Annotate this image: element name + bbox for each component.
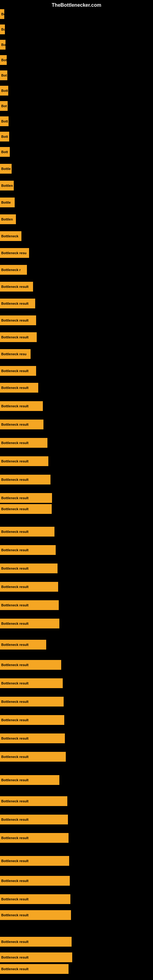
- bottleneck-label: Bottleneck result: [1, 369, 29, 373]
- bottleneck-label: Bottleneck result: [1, 700, 29, 703]
- bottleneck-label: Bott: [1, 89, 8, 92]
- bottleneck-bar: Bottleneck result: [0, 456, 48, 466]
- bottleneck-label: Bottleneck r: [1, 268, 21, 272]
- bottleneck-bar: Bottleneck result: [0, 796, 67, 806]
- bottleneck-label: Bottleneck result: [1, 423, 29, 426]
- bottleneck-label: Bottleneck result: [1, 967, 29, 971]
- bottleneck-bar: Bottleneck result: [0, 563, 57, 573]
- bottleneck-label: Bottleneck result: [1, 460, 29, 463]
- bottleneck-label: Bottleneck result: [1, 335, 29, 339]
- bottleneck-label: Bottleneck result: [1, 818, 29, 821]
- bottleneck-bar: Bottleneck result: [0, 315, 36, 325]
- bottleneck-bar: Bott: [0, 132, 9, 142]
- bottleneck-label: Bottleneck result: [1, 859, 29, 863]
- bottleneck-label: Bottleneck result: [1, 778, 29, 782]
- bottleneck-bar: Bottleneck resu: [0, 248, 29, 258]
- bottleneck-bar: Bo: [0, 40, 5, 49]
- bottleneck-label: Bottle: [1, 167, 11, 170]
- bottleneck-label: Bottleneck result: [1, 548, 29, 552]
- bottleneck-bar: Bottleneck result: [0, 366, 36, 376]
- bottleneck-bar: Bottleneck result: [0, 545, 56, 555]
- bottleneck-label: Bot: [1, 104, 7, 108]
- bottleneck-bar: Bottleneck result: [0, 910, 71, 920]
- bottleneck-label: Bottleneck result: [1, 737, 29, 740]
- bottleneck-bar: Bottleneck result: [0, 640, 46, 649]
- bottleneck-label: Bottleneck result: [1, 643, 29, 646]
- site-title: TheBottlenecker.com: [52, 2, 101, 8]
- bottleneck-label: Bottleneck result: [1, 897, 29, 901]
- bottleneck-label: Bottleneck result: [1, 755, 29, 759]
- bottleneck-bar: Bottleneck result: [0, 475, 51, 485]
- bottleneck-bar: Bottleneck resu: [0, 349, 30, 359]
- bottleneck-bar: Bottleneck result: [0, 752, 66, 762]
- bottleneck-label: Bott: [1, 150, 8, 154]
- bottleneck-label: Bot: [1, 73, 7, 77]
- bottleneck-label: Bottleneck result: [1, 566, 29, 570]
- bottleneck-bar: Bottlen: [0, 215, 16, 224]
- bottleneck-bar: Bottleneck result: [0, 833, 69, 843]
- bottleneck-bar: Bottle: [0, 164, 12, 173]
- bottleneck-bar: Bott: [0, 86, 8, 95]
- bottleneck-bar: Bottleneck result: [0, 438, 48, 448]
- bottleneck-label: Bottleneck result: [1, 441, 29, 445]
- bottleneck-bar: Bott: [0, 116, 9, 126]
- bottleneck-bar: Bottleneck result: [0, 964, 69, 974]
- bottleneck-bar: Bottleneck result: [0, 600, 59, 610]
- bottleneck-bar: Bottleneck result: [0, 678, 63, 688]
- bottleneck-bar: Bottleneck result: [0, 401, 43, 411]
- bottleneck-label: Bottlen: [1, 184, 13, 188]
- bottleneck-label: Bottleneck result: [1, 836, 29, 840]
- bottleneck-bar: Bot: [0, 70, 7, 80]
- bottleneck-bar: Bottleneck result: [0, 815, 68, 824]
- bottleneck-label: Bottleneck result: [1, 530, 29, 533]
- bottleneck-label: Bottleneck result: [1, 663, 29, 667]
- bottleneck-label: Bottlen: [1, 218, 13, 221]
- bottleneck-bar: Bottleneck result: [0, 619, 59, 628]
- bottleneck-bar: Bottleneck result: [0, 282, 33, 291]
- bottleneck-bar: Bottleneck result: [0, 582, 58, 592]
- bottleneck-bar: Bo: [0, 24, 5, 34]
- bottleneck-label: Bottleneck result: [1, 404, 29, 408]
- bottleneck-label: Bottle: [1, 200, 11, 204]
- bottleneck-bar: Bott: [0, 147, 10, 157]
- bottleneck-bar: Bottleneck result: [0, 420, 43, 430]
- bottleneck-bar: Bottleneck result: [0, 493, 52, 503]
- bottleneck-bar: Bottleneck result: [0, 299, 35, 309]
- bottleneck-label: Bottleneck result: [1, 940, 29, 943]
- bottleneck-bar: Bottleneck r: [0, 265, 27, 275]
- bottleneck-bar: Bottleneck result: [0, 953, 72, 962]
- bottleneck-bar: Bottleneck result: [0, 937, 72, 947]
- bottleneck-label: Bottleneck result: [1, 956, 29, 959]
- bottleneck-label: Bottleneck: [1, 234, 18, 238]
- bottleneck-label: Bo: [1, 12, 4, 16]
- bottleneck-label: Bottleneck result: [1, 496, 29, 500]
- bottleneck-label: Bottleneck result: [1, 318, 29, 322]
- bottleneck-label: Bot: [1, 58, 7, 62]
- bottleneck-label: Bottleneck result: [1, 386, 29, 390]
- bottleneck-label: Bottleneck result: [1, 879, 29, 883]
- bottleneck-bar: Bottleneck result: [0, 697, 64, 706]
- bottleneck-label: Bottleneck result: [1, 913, 29, 917]
- bottleneck-bar: Bot: [0, 101, 8, 111]
- bottleneck-label: Bott: [1, 135, 8, 138]
- bottleneck-bar: Bottleneck result: [0, 894, 70, 904]
- bottleneck-bar: Bottleneck result: [0, 715, 64, 725]
- bottleneck-label: Bottleneck result: [1, 478, 29, 481]
- bottleneck-bar: Bottleneck result: [0, 856, 69, 866]
- bottleneck-label: Bottleneck result: [1, 507, 29, 511]
- bottleneck-label: Bottleneck resu: [1, 352, 27, 356]
- bottleneck-bar: Bot: [0, 55, 7, 65]
- bottleneck-bar: Bottleneck result: [0, 332, 37, 342]
- bottleneck-bar: Bottleneck: [0, 231, 21, 241]
- bottleneck-label: Bottleneck result: [1, 302, 29, 305]
- bottleneck-label: Bo: [1, 27, 5, 31]
- bottleneck-bar: Bottleneck result: [0, 733, 65, 743]
- bottleneck-label: Bott: [1, 119, 8, 123]
- bottleneck-label: Bottleneck resu: [1, 251, 27, 255]
- bottleneck-bar: Bottleneck result: [0, 504, 52, 514]
- bottleneck-bar: Bottleneck result: [0, 775, 59, 785]
- bottleneck-label: Bo: [1, 43, 5, 46]
- bottleneck-label: Bottleneck result: [1, 681, 29, 685]
- bottleneck-label: Bottleneck result: [1, 585, 29, 589]
- bottleneck-bar: Bottleneck result: [0, 660, 61, 670]
